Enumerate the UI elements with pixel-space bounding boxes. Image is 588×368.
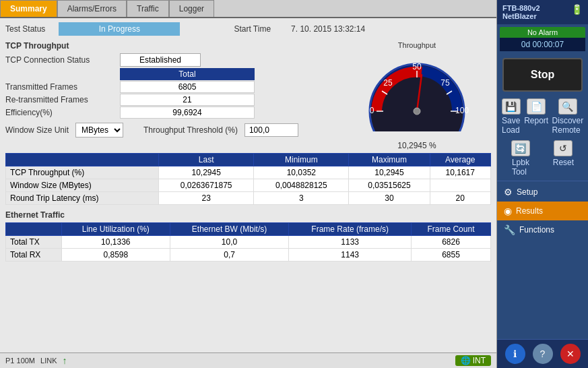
- row-min: 0,0048828125: [254, 179, 349, 192]
- close-button[interactable]: ✕: [560, 344, 581, 364]
- eth-util: 0,8598: [61, 249, 170, 262]
- lpbk-icon: 🔄: [511, 140, 530, 156]
- connection-status-label: TCP Connection Status: [5, 55, 120, 65]
- row-min: 10,0352: [254, 166, 349, 179]
- discover-icon: 🔍: [558, 98, 577, 115]
- reset-button[interactable]: ↺ Reset: [553, 140, 574, 177]
- row-max: 10,2945: [349, 166, 430, 179]
- lpbk-label: LpbkTool: [512, 158, 529, 177]
- row-last: 0,0263671875: [159, 179, 254, 192]
- save-load-button[interactable]: 💾 SaveLoad: [502, 98, 521, 135]
- results-icon: ◉: [504, 206, 512, 216]
- transmitted-value: 6805: [120, 81, 255, 93]
- transmitted-label: Transmitted Frames: [5, 82, 120, 92]
- setup-icon: ⚙: [504, 187, 513, 197]
- gauge-label: Throughput: [398, 41, 436, 49]
- int-label: INT: [473, 356, 486, 365]
- timer-display: 0d 00:00:07: [500, 38, 585, 51]
- menu-results[interactable]: ◉ Results: [497, 202, 588, 220]
- row-label: Round Trip Latency (ms): [6, 192, 159, 205]
- row-max: 0,03515625: [349, 179, 430, 192]
- link-arrow-icon: ↑: [63, 355, 67, 366]
- eth-bw: 0,7: [170, 249, 289, 262]
- icon-row-1: 💾 SaveLoad 📄 Report 🔍 DiscoverRemote: [497, 96, 588, 137]
- col-header-last: Last: [159, 154, 254, 166]
- connection-status-row: TCP Connection Status Established: [5, 53, 336, 67]
- svg-point-13: [414, 108, 420, 115]
- report-button[interactable]: 📄 Report: [524, 98, 548, 135]
- transmitted-row: Transmitted Frames 6805: [5, 81, 336, 93]
- tcp-throughput-section: TCP Throughput TCP Connection Status Est…: [5, 41, 491, 150]
- list-item: Total RX 0,8598 0,7 1143 6855: [6, 249, 491, 262]
- help-button[interactable]: ?: [533, 344, 553, 364]
- row-max: 30: [349, 192, 430, 205]
- row-avg: [430, 179, 490, 192]
- row-last: 23: [159, 192, 254, 205]
- tab-summary[interactable]: Summary: [0, 0, 57, 17]
- functions-label: Functions: [519, 225, 554, 235]
- tab-traffic[interactable]: Traffic: [127, 0, 169, 17]
- icon-row-2: 🔄 LpbkTool ↺ Reset: [497, 137, 588, 179]
- eth-col-count: Frame Count: [411, 223, 490, 236]
- row-min: 3: [254, 192, 349, 205]
- port-label: P1 100M: [5, 357, 35, 365]
- test-status-value: In Progress: [59, 22, 180, 36]
- threshold-input[interactable]: [244, 123, 298, 137]
- save-load-label: SaveLoad: [502, 116, 520, 135]
- alarm-section: No Alarm 0d 00:00:07: [500, 27, 585, 51]
- gauge-section: Throughput: [343, 41, 491, 150]
- window-row: Window Size Unit MBytes Throughput Thres…: [5, 123, 336, 137]
- eth-util: 10,1336: [61, 236, 170, 249]
- results-label: Results: [516, 206, 543, 216]
- col-header-avg: Average: [430, 154, 490, 166]
- sidebar-bottom-buttons: ℹ ? ✕: [497, 339, 588, 368]
- start-time-value: 7. 10. 2015 13:32:14: [291, 24, 365, 34]
- efficiency-value: 99,6924: [120, 106, 255, 119]
- menu-setup[interactable]: ⚙ Setup: [497, 183, 588, 202]
- device-subtitle: NetBlazer: [502, 12, 540, 20]
- efficiency-label: Efficiency(%): [5, 108, 120, 117]
- row-label: TCP Throughput (%): [6, 166, 159, 179]
- menu-functions[interactable]: 🔧 Functions: [497, 220, 588, 239]
- row-label: Window Size (MBytes): [6, 179, 159, 192]
- tab-alarms[interactable]: Alarms/Errors: [57, 0, 127, 17]
- test-status-label: Test Status: [5, 24, 45, 34]
- window-unit-select[interactable]: MBytes: [75, 123, 123, 137]
- discover-label: DiscoverRemote: [552, 116, 584, 135]
- threshold-label: Throughput Threshold (%): [143, 125, 238, 135]
- tcp-title: TCP Throughput: [5, 41, 336, 51]
- int-badge: 🌐 INT: [455, 355, 491, 366]
- discover-button[interactable]: 🔍 DiscoverRemote: [552, 98, 584, 135]
- start-time-label: Start Time: [234, 24, 271, 34]
- lpbk-button[interactable]: 🔄 LpbkTool: [511, 140, 530, 177]
- functions-icon: 🔧: [504, 224, 515, 235]
- svg-text:75: 75: [440, 78, 450, 88]
- eth-count: 6855: [411, 249, 490, 262]
- reset-label: Reset: [553, 158, 574, 167]
- info-button[interactable]: ℹ: [505, 344, 525, 364]
- eth-col-bw: Ethernet BW (Mbit/s): [170, 223, 289, 236]
- table-row: Round Trip Latency (ms) 23 3 30 20: [6, 192, 491, 205]
- device-name: FTB-880v2: [502, 4, 540, 12]
- eth-title: Ethernet Traffic: [5, 210, 491, 220]
- bottom-bar: P1 100M LINK ↑ 🌐 INT: [0, 352, 496, 368]
- col-header-max: Maximum: [349, 154, 430, 166]
- device-header: FTB-880v2 NetBlazer 🔋: [497, 0, 588, 24]
- gauge-container: 0 25 50 75 100: [363, 57, 471, 138]
- gauge-percent: 10,2945 %: [397, 141, 436, 150]
- alarm-label: No Alarm: [500, 27, 585, 38]
- svg-text:50: 50: [412, 62, 422, 71]
- setup-label: Setup: [517, 187, 537, 197]
- int-icon: 🌐: [461, 356, 471, 365]
- row-avg: 10,1617: [430, 166, 490, 179]
- tab-logger[interactable]: Logger: [169, 0, 214, 17]
- svg-text:100: 100: [455, 106, 469, 115]
- eth-rate: 1143: [289, 249, 412, 262]
- retransmitted-value: 21: [120, 94, 255, 106]
- stop-button[interactable]: Stop: [502, 58, 583, 92]
- divider-1: [497, 181, 588, 181]
- connection-status-value: Established: [120, 53, 201, 67]
- svg-text:0: 0: [370, 106, 374, 115]
- eth-col-name: [6, 223, 62, 236]
- table-row: TCP Throughput (%) 10,2945 10,0352 10,29…: [6, 166, 491, 179]
